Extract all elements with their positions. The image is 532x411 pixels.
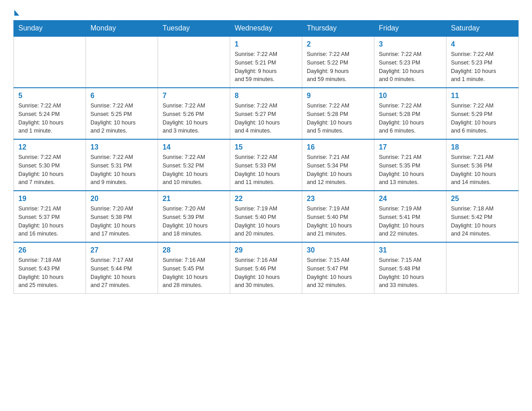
day-number: 5: [18, 92, 81, 100]
weekday-header-tuesday: Tuesday: [158, 21, 230, 37]
day-number: 15: [235, 143, 297, 151]
day-number: 23: [307, 195, 369, 203]
day-info: Sunrise: 7:21 AMSunset: 5:34 PMDaylight:…: [307, 153, 369, 187]
day-number: 8: [235, 92, 297, 100]
day-info: Sunrise: 7:22 AMSunset: 5:32 PMDaylight:…: [163, 153, 225, 187]
calendar-table: SundayMondayTuesdayWednesdayThursdayFrid…: [13, 20, 519, 294]
calendar-day-cell: 23Sunrise: 7:19 AMSunset: 5:40 PMDayligh…: [302, 191, 374, 242]
calendar-day-cell: 31Sunrise: 7:15 AMSunset: 5:48 PMDayligh…: [374, 242, 446, 294]
calendar-day-cell: [86, 36, 158, 88]
calendar-day-cell: 11Sunrise: 7:22 AMSunset: 5:29 PMDayligh…: [446, 88, 519, 139]
day-info: Sunrise: 7:16 AMSunset: 5:45 PMDaylight:…: [163, 256, 225, 290]
calendar-day-cell: 21Sunrise: 7:20 AMSunset: 5:39 PMDayligh…: [158, 191, 230, 242]
calendar-day-cell: 22Sunrise: 7:19 AMSunset: 5:40 PMDayligh…: [230, 191, 302, 242]
calendar-day-cell: 4Sunrise: 7:22 AMSunset: 5:23 PMDaylight…: [446, 36, 519, 88]
day-info: Sunrise: 7:22 AMSunset: 5:28 PMDaylight:…: [379, 102, 442, 135]
day-info: Sunrise: 7:21 AMSunset: 5:37 PMDaylight:…: [18, 205, 81, 238]
weekday-header-row: SundayMondayTuesdayWednesdayThursdayFrid…: [14, 21, 519, 37]
week-row-4: 19Sunrise: 7:21 AMSunset: 5:37 PMDayligh…: [14, 191, 519, 242]
day-info: Sunrise: 7:21 AMSunset: 5:35 PMDaylight:…: [379, 153, 442, 187]
day-number: 12: [18, 143, 81, 151]
calendar-day-cell: 8Sunrise: 7:22 AMSunset: 5:27 PMDaylight…: [230, 88, 302, 139]
day-info: Sunrise: 7:18 AMSunset: 5:42 PMDaylight:…: [451, 205, 514, 238]
calendar-day-cell: 7Sunrise: 7:22 AMSunset: 5:26 PMDaylight…: [158, 88, 230, 139]
calendar-day-cell: 17Sunrise: 7:21 AMSunset: 5:35 PMDayligh…: [374, 139, 446, 191]
calendar-day-cell: 25Sunrise: 7:18 AMSunset: 5:42 PMDayligh…: [446, 191, 519, 242]
week-row-5: 26Sunrise: 7:18 AMSunset: 5:43 PMDayligh…: [14, 242, 519, 294]
day-info: Sunrise: 7:22 AMSunset: 5:23 PMDaylight:…: [451, 50, 514, 84]
calendar-day-cell: 29Sunrise: 7:16 AMSunset: 5:46 PMDayligh…: [230, 242, 302, 294]
calendar-day-cell: 9Sunrise: 7:22 AMSunset: 5:28 PMDaylight…: [302, 88, 374, 139]
day-number: 25: [451, 195, 514, 203]
day-number: 17: [379, 143, 442, 151]
weekday-header-thursday: Thursday: [302, 21, 374, 37]
day-number: 26: [18, 246, 81, 254]
day-info: Sunrise: 7:22 AMSunset: 5:29 PMDaylight:…: [451, 102, 514, 135]
calendar-day-cell: [158, 36, 230, 88]
day-number: 9: [307, 92, 369, 100]
weekday-header-friday: Friday: [374, 21, 446, 37]
week-row-1: 1Sunrise: 7:22 AMSunset: 5:21 PMDaylight…: [14, 36, 519, 88]
day-number: 4: [451, 40, 514, 48]
calendar-day-cell: 30Sunrise: 7:15 AMSunset: 5:47 PMDayligh…: [302, 242, 374, 294]
day-info: Sunrise: 7:19 AMSunset: 5:40 PMDaylight:…: [235, 205, 297, 238]
calendar-day-cell: 14Sunrise: 7:22 AMSunset: 5:32 PMDayligh…: [158, 139, 230, 191]
logo: [13, 9, 19, 16]
day-info: Sunrise: 7:22 AMSunset: 5:22 PMDaylight:…: [307, 50, 369, 84]
calendar-day-cell: 5Sunrise: 7:22 AMSunset: 5:24 PMDaylight…: [14, 88, 86, 139]
day-info: Sunrise: 7:15 AMSunset: 5:48 PMDaylight:…: [379, 256, 442, 290]
day-info: Sunrise: 7:20 AMSunset: 5:39 PMDaylight:…: [163, 205, 225, 238]
day-number: 13: [90, 143, 153, 151]
calendar-day-cell: 12Sunrise: 7:22 AMSunset: 5:30 PMDayligh…: [14, 139, 86, 191]
calendar-day-cell: 27Sunrise: 7:17 AMSunset: 5:44 PMDayligh…: [86, 242, 158, 294]
day-number: 14: [163, 143, 225, 151]
day-info: Sunrise: 7:22 AMSunset: 5:30 PMDaylight:…: [18, 153, 81, 187]
weekday-header-monday: Monday: [86, 21, 158, 37]
day-info: Sunrise: 7:22 AMSunset: 5:27 PMDaylight:…: [235, 102, 297, 135]
day-info: Sunrise: 7:16 AMSunset: 5:46 PMDaylight:…: [235, 256, 297, 290]
calendar-day-cell: 28Sunrise: 7:16 AMSunset: 5:45 PMDayligh…: [158, 242, 230, 294]
day-number: 19: [18, 195, 81, 203]
day-number: 24: [379, 195, 442, 203]
day-number: 11: [451, 92, 514, 100]
day-info: Sunrise: 7:22 AMSunset: 5:21 PMDaylight:…: [235, 50, 297, 84]
day-info: Sunrise: 7:22 AMSunset: 5:23 PMDaylight:…: [379, 50, 442, 84]
day-number: 22: [235, 195, 297, 203]
weekday-header-sunday: Sunday: [14, 21, 86, 37]
week-row-3: 12Sunrise: 7:22 AMSunset: 5:30 PMDayligh…: [14, 139, 519, 191]
day-number: 28: [163, 246, 225, 254]
weekday-header-saturday: Saturday: [446, 21, 519, 37]
day-info: Sunrise: 7:22 AMSunset: 5:31 PMDaylight:…: [90, 153, 153, 187]
day-info: Sunrise: 7:18 AMSunset: 5:43 PMDaylight:…: [18, 256, 81, 290]
calendar-day-cell: 1Sunrise: 7:22 AMSunset: 5:21 PMDaylight…: [230, 36, 302, 88]
day-number: 1: [235, 40, 297, 48]
calendar-day-cell: 10Sunrise: 7:22 AMSunset: 5:28 PMDayligh…: [374, 88, 446, 139]
day-info: Sunrise: 7:22 AMSunset: 5:24 PMDaylight:…: [18, 102, 81, 135]
day-number: 20: [90, 195, 153, 203]
calendar-day-cell: 2Sunrise: 7:22 AMSunset: 5:22 PMDaylight…: [302, 36, 374, 88]
calendar-day-cell: 13Sunrise: 7:22 AMSunset: 5:31 PMDayligh…: [86, 139, 158, 191]
calendar-day-cell: 19Sunrise: 7:21 AMSunset: 5:37 PMDayligh…: [14, 191, 86, 242]
day-info: Sunrise: 7:22 AMSunset: 5:33 PMDaylight:…: [235, 153, 297, 187]
calendar-day-cell: 26Sunrise: 7:18 AMSunset: 5:43 PMDayligh…: [14, 242, 86, 294]
day-info: Sunrise: 7:19 AMSunset: 5:41 PMDaylight:…: [379, 205, 442, 238]
day-info: Sunrise: 7:20 AMSunset: 5:38 PMDaylight:…: [90, 205, 153, 238]
day-number: 16: [307, 143, 369, 151]
day-info: Sunrise: 7:17 AMSunset: 5:44 PMDaylight:…: [90, 256, 153, 290]
day-info: Sunrise: 7:21 AMSunset: 5:36 PMDaylight:…: [451, 153, 514, 187]
calendar-day-cell: 18Sunrise: 7:21 AMSunset: 5:36 PMDayligh…: [446, 139, 519, 191]
day-number: 30: [307, 246, 369, 254]
day-number: 10: [379, 92, 442, 100]
day-info: Sunrise: 7:19 AMSunset: 5:40 PMDaylight:…: [307, 205, 369, 238]
day-number: 2: [307, 40, 369, 48]
day-info: Sunrise: 7:22 AMSunset: 5:25 PMDaylight:…: [90, 102, 153, 135]
day-number: 3: [379, 40, 442, 48]
day-number: 29: [235, 246, 297, 254]
day-number: 31: [379, 246, 442, 254]
day-info: Sunrise: 7:22 AMSunset: 5:28 PMDaylight:…: [307, 102, 369, 135]
calendar-day-cell: 3Sunrise: 7:22 AMSunset: 5:23 PMDaylight…: [374, 36, 446, 88]
calendar-day-cell: [14, 36, 86, 88]
day-info: Sunrise: 7:22 AMSunset: 5:26 PMDaylight:…: [163, 102, 225, 135]
calendar-day-cell: [446, 242, 519, 294]
day-number: 7: [163, 92, 225, 100]
